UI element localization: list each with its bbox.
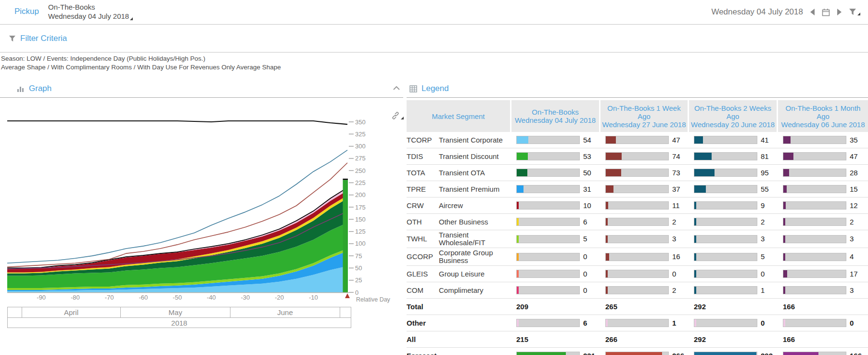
value-label: 5 — [583, 235, 587, 243]
segment-row-tota[interactable]: TOTATransient OTA50739528 — [407, 165, 868, 181]
value-label: 0 — [761, 270, 765, 278]
segment-code: TDIS — [407, 148, 439, 165]
segment-code: CRW — [407, 197, 439, 214]
column-header-otb-1[interactable]: On-The-Books 1 Week AgoWednesday 27 June… — [600, 100, 689, 132]
value-label: 292 — [689, 335, 706, 343]
y-tick-label: 200 — [355, 191, 366, 198]
value-label: 11 — [672, 202, 680, 210]
x-tick-label: -30 — [241, 294, 250, 301]
value-bar: 37 — [600, 185, 689, 193]
value-bar: 0 — [511, 270, 600, 278]
value-label: 292 — [761, 352, 773, 355]
month-cell-may[interactable]: May — [121, 307, 230, 317]
legend-table: Market SegmentOn-The-BooksWednesday 04 J… — [407, 100, 868, 355]
value-bar: 0 — [689, 270, 778, 278]
column-header-market-segment[interactable]: Market Segment — [407, 100, 511, 132]
value-label: 4 — [850, 253, 854, 261]
value-bar: 6 — [511, 218, 600, 226]
bar-chart-icon — [17, 85, 25, 92]
segment-row-gcorp[interactable]: GCORPCorporate Group Business01654 — [407, 248, 868, 266]
filter-icon[interactable] — [849, 8, 860, 16]
segment-row-gleis[interactable]: GLEISGroup Leisure00017 — [407, 266, 868, 282]
month-cell-stub[interactable] — [8, 307, 22, 317]
value-label: 47 — [850, 153, 858, 160]
column-header-otb-0[interactable]: On-The-BooksWednesday 04 July 2018 — [511, 100, 600, 132]
month-cell-april[interactable]: April — [22, 307, 121, 317]
value-bar: 2 — [778, 218, 868, 226]
segment-name: Group Leisure — [439, 266, 511, 282]
y-tick-label: 75 — [355, 252, 362, 260]
value-label: 37 — [672, 185, 680, 193]
value-label: 54 — [583, 136, 591, 144]
forecast-row: Forecast231266292166 — [407, 348, 868, 355]
value-label: 50 — [583, 169, 591, 177]
value-label: 2 — [761, 218, 765, 226]
value-label: 266 — [600, 335, 617, 343]
value-label: 53 — [583, 153, 591, 160]
x-tick-label: -60 — [139, 294, 148, 301]
value-bar: 5 — [689, 253, 778, 261]
value-bar: 266 — [600, 352, 689, 355]
graph-panel-title: Graph — [29, 84, 51, 93]
segment-name: Aircrew — [439, 197, 511, 214]
y-tick-label: 325 — [355, 131, 366, 138]
segment-row-tpre[interactable]: TPRETransient Premium31375515 — [407, 181, 868, 197]
segment-row-twhl[interactable]: TWHLTransient Wholesale/FIT5333 — [407, 230, 868, 248]
segment-row-tdis[interactable]: TDISTransient Discount53748147 — [407, 148, 868, 165]
other-row: Other6100 — [407, 315, 868, 331]
filter-summary-line-1: Season: LOW / Events: Independence Day (… — [1, 55, 205, 62]
value-bar: 2 — [600, 286, 689, 294]
value-label: 41 — [761, 136, 769, 144]
prev-day-button[interactable] — [810, 9, 815, 15]
value-bar: 2 — [689, 218, 778, 226]
value-label: 166 — [778, 335, 795, 343]
collapse-graph-chevron-icon[interactable] — [393, 86, 400, 91]
filter-criteria-header[interactable]: Filter Criteria — [9, 34, 67, 43]
y-tick-label: 175 — [355, 204, 366, 211]
value-label: 15 — [850, 185, 858, 193]
total-label: Total — [407, 299, 511, 315]
value-bar: 47 — [778, 152, 868, 160]
segment-row-crw[interactable]: CRWAircrew1011912 — [407, 197, 868, 214]
segment-row-tcorp[interactable]: TCORPTransient Corporate54474135 — [407, 132, 868, 148]
value-label: 16 — [672, 253, 680, 261]
month-cell-june[interactable]: June — [230, 307, 340, 317]
value-label: 74 — [672, 153, 680, 160]
value-label: 6 — [583, 218, 587, 226]
calendar-icon[interactable] — [822, 8, 830, 16]
month-cell-stub[interactable] — [340, 307, 351, 317]
value-label: 3 — [850, 235, 854, 243]
column-header-otb-3[interactable]: On-The-Books 1 Month AgoWednesday 06 Jun… — [778, 100, 868, 132]
value-bar: 28 — [778, 169, 868, 177]
legend-table-wrap: Market SegmentOn-The-BooksWednesday 04 J… — [407, 100, 868, 355]
year-cell[interactable]: 2018 — [8, 318, 351, 328]
graph-panel-header: Graph — [17, 84, 51, 93]
column-header-otb-2[interactable]: On-The-Books 2 Weeks AgoWednesday 20 Jun… — [689, 100, 778, 132]
value-bar: 1 — [689, 286, 778, 294]
value-label: 47 — [672, 136, 680, 144]
date-range-selector[interactable]: AprilMayJune 2018 — [7, 307, 351, 328]
report-title-block[interactable]: On-The-Books Wednesday 04 July 2018 — [48, 2, 133, 21]
y-tick-label: 50 — [355, 264, 362, 272]
value-label: 55 — [761, 185, 769, 193]
forecast-bar — [343, 180, 348, 292]
value-label: 266 — [672, 352, 684, 355]
value-bar: 12 — [778, 201, 868, 210]
segment-row-com[interactable]: COMComplimetary0213 — [407, 282, 868, 299]
pickup-chart[interactable]: -90-80-70-60-50-40-30-20-10Relative Day0… — [0, 97, 407, 305]
value-label: 166 — [778, 302, 795, 311]
segment-row-oth[interactable]: OTHOther Business6222 — [407, 214, 868, 230]
value-bar: 35 — [778, 136, 868, 144]
y-tick-label: 0 — [355, 289, 358, 296]
x-tick-label: -90 — [37, 294, 46, 301]
value-bar: 95 — [689, 169, 778, 177]
value-label: 12 — [850, 202, 858, 210]
pickup-link[interactable]: Pickup — [14, 7, 39, 16]
next-day-button[interactable] — [837, 9, 842, 15]
filter-criteria-title: Filter Criteria — [20, 34, 67, 43]
value-label: 95 — [761, 169, 769, 177]
value-bar: 292 — [689, 352, 778, 355]
value-label: 10 — [583, 202, 591, 210]
value-label: 0 — [583, 270, 587, 278]
segment-code: COM — [407, 282, 439, 299]
